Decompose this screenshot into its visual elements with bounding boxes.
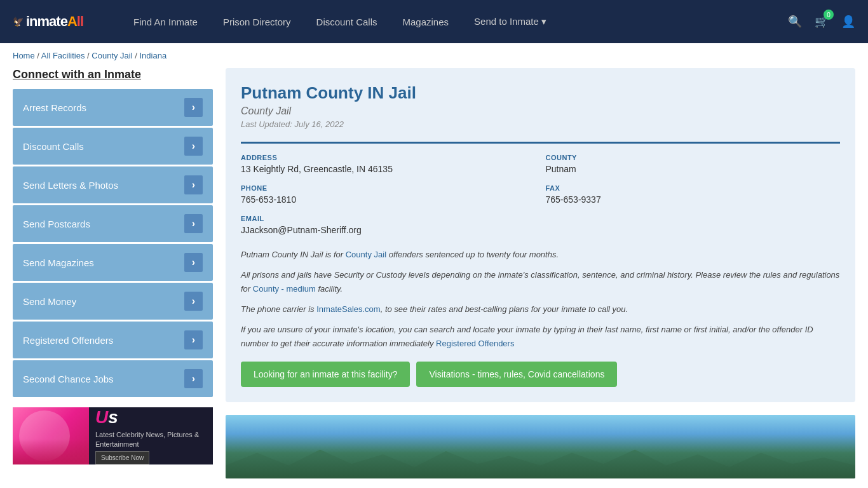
- nav-discount-calls[interactable]: Discount Calls: [316, 17, 377, 27]
- fax-label: FAX: [546, 184, 841, 192]
- user-icon[interactable]: 👤: [841, 15, 855, 29]
- fax-value: 765-653-9337: [546, 194, 841, 205]
- breadcrumb-state[interactable]: Indiana: [139, 51, 166, 60]
- sidebar-item-send-magazines[interactable]: Send Magazines ›: [13, 244, 213, 281]
- inmate-sales-link[interactable]: InmateSales.com: [316, 304, 380, 314]
- facility-description: Putnam County IN Jail is for County Jail…: [241, 248, 840, 351]
- sidebar-ad[interactable]: Us Latest Celebrity News, Pictures & Ent…: [13, 407, 213, 464]
- sidebar-arrow-icon: ›: [184, 369, 203, 388]
- logo-icon: 🦅: [13, 17, 24, 27]
- description-para-4: If you are unsure of your inmate's locat…: [241, 323, 840, 351]
- sidebar-ad-logo: Us: [95, 407, 207, 428]
- sidebar-item-label: Registered Offenders: [23, 335, 113, 346]
- sidebar-item-send-money[interactable]: Send Money ›: [13, 283, 213, 320]
- logo-text: inmateAll: [26, 13, 83, 30]
- address-value: 13 Keightly Rd, Greencastle, IN 46135: [241, 164, 536, 174]
- sidebar: Connect with an Inmate Arrest Records › …: [13, 68, 213, 478]
- sidebar-item-label: Send Money: [23, 296, 76, 307]
- search-icon[interactable]: 🔍: [788, 15, 802, 29]
- description-para-3: The phone carrier is InmateSales.com, to…: [241, 302, 840, 316]
- sidebar-ad-content: Us Latest Celebrity News, Pictures & Ent…: [89, 407, 213, 464]
- phone-value: 765-653-1810: [241, 194, 536, 205]
- sidebar-item-label: Discount Calls: [23, 141, 84, 152]
- breadcrumb: Home / All Facilities / County Jail / In…: [0, 43, 868, 68]
- description-para-2: All prisons and jails have Security or C…: [241, 268, 840, 296]
- phone-label: PHONE: [241, 184, 536, 192]
- county-field: COUNTY Putnam: [546, 154, 841, 174]
- sidebar-item-label: Send Postcards: [23, 219, 90, 229]
- breadcrumb-all-facilities[interactable]: All Facilities: [41, 51, 85, 60]
- sidebar-item-discount-calls[interactable]: Discount Calls ›: [13, 128, 213, 165]
- county-medium-link[interactable]: County - medium: [253, 284, 316, 294]
- sidebar-arrow-icon: ›: [184, 137, 203, 156]
- facility-buttons: Looking for an inmate at this facility? …: [241, 362, 840, 387]
- nav-send-to-inmate[interactable]: Send to Inmate ▾: [474, 16, 546, 27]
- sidebar-arrow-icon: ›: [184, 330, 203, 349]
- sidebar-title: Connect with an Inmate: [13, 68, 213, 81]
- sidebar-item-label: Send Magazines: [23, 257, 94, 268]
- nav-magazines[interactable]: Magazines: [402, 17, 449, 27]
- visitations-button[interactable]: Visitations - times, rules, Covid cancel…: [416, 362, 617, 387]
- sidebar-arrow-icon: ›: [184, 98, 203, 117]
- facility-type: County Jail: [241, 105, 840, 117]
- logo[interactable]: 🦅 inmateAll: [13, 13, 114, 30]
- county-jail-link[interactable]: County Jail: [346, 250, 386, 259]
- facility-card: Putnam County IN Jail County Jail Last U…: [226, 68, 855, 402]
- sidebar-arrow-icon: ›: [184, 214, 203, 233]
- address-label: ADDRESS: [241, 154, 536, 161]
- facility-info-grid: ADDRESS 13 Keightly Rd, Greencastle, IN …: [241, 142, 840, 235]
- breadcrumb-home[interactable]: Home: [13, 51, 35, 60]
- address-field: ADDRESS 13 Keightly Rd, Greencastle, IN …: [241, 154, 536, 174]
- sidebar-item-label: Send Letters & Photos: [23, 180, 118, 191]
- email-value: JJackson@Putnam-Sheriff.org: [241, 225, 536, 235]
- sidebar-item-registered-offenders[interactable]: Registered Offenders ›: [13, 322, 213, 358]
- nav-find-inmate[interactable]: Find An Inmate: [133, 17, 198, 27]
- facility-aerial-image: [226, 415, 855, 478]
- email-label: EMAIL: [241, 215, 536, 222]
- sidebar-item-send-postcards[interactable]: Send Postcards ›: [13, 205, 213, 242]
- sidebar-item-label: Arrest Records: [23, 102, 86, 113]
- find-inmate-button[interactable]: Looking for an inmate at this facility?: [241, 362, 410, 387]
- main-nav: Find An Inmate Prison Directory Discount…: [133, 16, 769, 27]
- sidebar-ad-subscribe-button[interactable]: Subscribe Now: [95, 451, 149, 464]
- sidebar-ad-text: Latest Celebrity News, Pictures & Entert…: [95, 430, 207, 449]
- sidebar-item-second-chance-jobs[interactable]: Second Chance Jobs ›: [13, 360, 213, 397]
- sidebar-item-send-letters[interactable]: Send Letters & Photos ›: [13, 166, 213, 203]
- nav-prison-directory[interactable]: Prison Directory: [223, 17, 291, 27]
- description-para-1: Putnam County IN Jail is for County Jail…: [241, 248, 840, 262]
- facility-last-updated: Last Updated: July 16, 2022: [241, 119, 840, 129]
- facility-name: Putnam County IN Jail: [241, 83, 840, 103]
- sidebar-arrow-icon: ›: [184, 292, 203, 311]
- content: Putnam County IN Jail County Jail Last U…: [226, 68, 855, 478]
- main-layout: Connect with an Inmate Arrest Records › …: [0, 68, 868, 488]
- county-label: COUNTY: [546, 154, 841, 161]
- header-icons: 🔍 🛒 0 👤: [788, 15, 855, 29]
- header: 🦅 inmateAll Find An Inmate Prison Direct…: [0, 0, 868, 43]
- sidebar-arrow-icon: ›: [184, 253, 203, 272]
- email-field: EMAIL JJackson@Putnam-Sheriff.org: [241, 215, 536, 235]
- sidebar-ad-image: [13, 407, 89, 464]
- sidebar-menu: Arrest Records › Discount Calls › Send L…: [13, 89, 213, 397]
- facility-image-trees: [226, 447, 855, 478]
- phone-field: PHONE 765-653-1810: [241, 184, 536, 205]
- breadcrumb-county-jail[interactable]: County Jail: [92, 51, 132, 60]
- cart-badge: 0: [824, 10, 834, 20]
- sidebar-arrow-icon: ›: [184, 175, 203, 194]
- county-value: Putnam: [546, 164, 841, 174]
- registered-offenders-link[interactable]: Registered Offenders: [436, 339, 514, 348]
- sidebar-item-arrest-records[interactable]: Arrest Records ›: [13, 89, 213, 126]
- sidebar-item-label: Second Chance Jobs: [23, 374, 114, 384]
- cart-icon[interactable]: 🛒 0: [815, 15, 829, 29]
- fax-field: FAX 765-653-9337: [546, 184, 841, 205]
